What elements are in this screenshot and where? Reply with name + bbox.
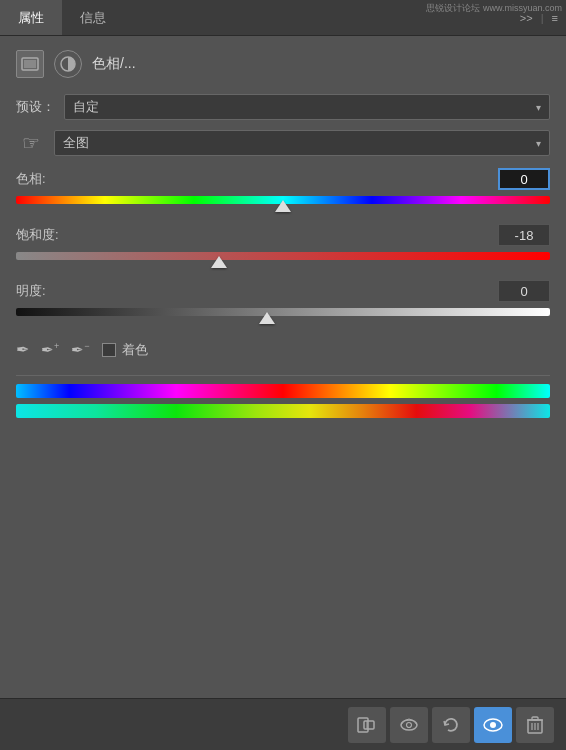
visibility-button[interactable] [474,707,512,743]
svg-rect-4 [364,721,374,729]
view-button[interactable] [390,707,428,743]
eyedropper-remove-icon[interactable]: ✒− [71,341,89,359]
panel-body: 色相/... 预设： 自定 ▾ ☞ 全图 ▾ 色相: 饱和度: [0,36,566,442]
divider [16,375,550,376]
preset-row: 预设： 自定 ▾ [16,94,550,120]
panel-title: 色相/... [92,55,136,73]
range-value: 全图 [63,134,89,152]
reset-button[interactable] [432,707,470,743]
result-spectrum-bar [16,404,550,418]
preset-arrow: ▾ [536,102,541,113]
preset-dropdown[interactable]: 自定 ▾ [64,94,550,120]
range-row: ☞ 全图 ▾ [16,130,550,156]
svg-point-8 [490,722,496,728]
bottom-bar [0,698,566,750]
eyedropper-add-icon[interactable]: ✒+ [41,341,59,359]
hand-icon: ☞ [16,131,46,155]
hue-input[interactable] [498,168,550,190]
delete-button[interactable] [516,707,554,743]
range-dropdown[interactable]: 全图 ▾ [54,130,550,156]
spectrum-bars [16,384,550,418]
preset-value: 自定 [73,98,99,116]
lightness-slider-track[interactable] [16,306,550,326]
title-row: 色相/... [16,50,550,78]
saturation-section: 饱和度: [16,224,550,270]
preset-label: 预设： [16,98,56,116]
clip-button[interactable] [348,707,386,743]
colorize-checkbox[interactable] [102,343,116,357]
svg-rect-1 [24,60,36,68]
tab-info[interactable]: 信息 [62,0,124,35]
svg-rect-11 [532,717,538,720]
tab-properties[interactable]: 属性 [0,0,62,35]
watermark: 思锐设计论坛 www.missyuan.com [422,0,566,17]
tools-row: ✒ ✒+ ✒− 着色 [16,340,550,359]
hue-slider-track[interactable] [16,194,550,214]
hue-spectrum-bar [16,384,550,398]
top-bar: 属性 信息 >> | ≡ 思锐设计论坛 www.missyuan.com [0,0,566,36]
saturation-slider-track[interactable] [16,250,550,270]
saturation-label: 饱和度: [16,226,59,244]
svg-point-6 [407,722,412,727]
colorize-label: 着色 [122,341,148,359]
lightness-label: 明度: [16,282,46,300]
eyedropper-icon[interactable]: ✒ [16,340,29,359]
hue-label: 色相: [16,170,46,188]
lightness-section: 明度: [16,280,550,326]
adjustment-layer-icon [16,50,44,78]
lightness-input[interactable] [498,280,550,302]
saturation-input[interactable] [498,224,550,246]
range-arrow: ▾ [536,138,541,149]
colorize-checkbox-label[interactable]: 着色 [102,341,148,359]
hue-section: 色相: [16,168,550,214]
circle-icon [54,50,82,78]
